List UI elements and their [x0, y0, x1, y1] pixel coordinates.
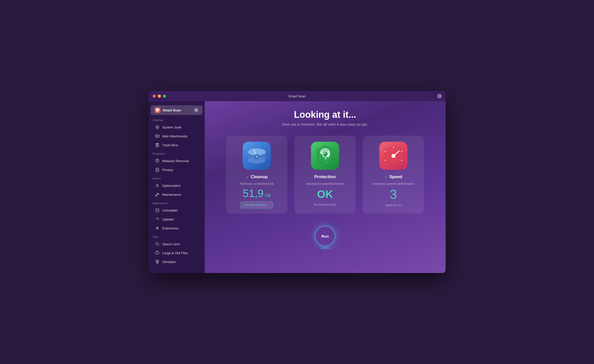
sidebar-item-optimization[interactable]: Optimization — [151, 181, 203, 190]
close-button[interactable] — [153, 95, 156, 98]
protection-value: OK — [317, 188, 333, 200]
minimize-button[interactable] — [158, 95, 161, 98]
space-lens-icon — [155, 241, 160, 246]
section-label-cleanup: Cleanup — [149, 116, 205, 123]
trash-icon — [155, 142, 160, 148]
sidebar-item-mail-attachments[interactable]: Mail Attachments — [151, 132, 203, 140]
page-subtitle: Give me a moment. We all wish it was eas… — [282, 122, 368, 126]
extensions-icon — [155, 226, 160, 231]
svg-point-24 — [384, 151, 386, 152]
cleanup-value-container: 51,9 GB — [243, 188, 271, 199]
page-title: Looking at it... — [294, 109, 356, 120]
svg-rect-0 — [156, 109, 159, 111]
sidebar-item-large-old-files[interactable]: Large & Old Files — [151, 249, 203, 257]
section-label-protection: Protection — [149, 150, 205, 156]
sidebar-item-privacy[interactable]: Privacy — [151, 165, 203, 174]
speed-card: ✓ Speed Increases system performance 3 t… — [363, 136, 424, 214]
optimization-label: Optimization — [162, 184, 181, 188]
sidebar-item-maintenance[interactable]: Maintenance — [151, 190, 203, 199]
smart-scan-icon — [155, 107, 160, 113]
mail-attachments-label: Mail Attachments — [162, 134, 188, 138]
sidebar-item-system-junk[interactable]: System Junk — [151, 123, 203, 132]
svg-point-23 — [401, 151, 403, 152]
large-old-files-label: Large & Old Files — [162, 251, 188, 255]
cleanup-unit: GB — [265, 193, 271, 198]
titlebar-dot-button[interactable] — [437, 94, 442, 98]
space-lens-label: Space Lens — [162, 242, 180, 246]
protection-description: Neutralizes potential threats — [306, 182, 344, 186]
updater-icon — [155, 217, 160, 222]
app-window: Smart Scan Smart Scan Cleanup — [149, 91, 446, 273]
sidebar-section-applications: Applications Uninstaller — [149, 199, 205, 232]
svg-point-22 — [393, 147, 394, 148]
updater-label: Updater — [162, 217, 174, 221]
protection-sub: No threats found — [314, 203, 337, 206]
sidebar-item-updater[interactable]: Updater — [151, 215, 203, 224]
cleanup-check-icon: ✓ — [246, 175, 249, 179]
traffic-lights — [153, 95, 166, 98]
sidebar-section-cleanup: Cleanup System Junk — [149, 116, 205, 149]
sidebar-item-extensions[interactable]: Extensions — [151, 224, 203, 232]
speed-card-image — [379, 142, 407, 170]
sidebar-item-malware-removal[interactable]: Malware Removal — [151, 157, 203, 165]
cards-row: ✓ Cleanup Removes unneeded junk 51,9 GB … — [215, 136, 435, 214]
trash-bins-label: Trash Bins — [162, 143, 178, 147]
sidebar-section-protection: Protection Malware Removal — [149, 150, 205, 174]
sidebar-section-files: Files Space Lens — [149, 233, 205, 266]
system-junk-label: System Junk — [162, 125, 181, 129]
sidebar-item-space-lens[interactable]: Space Lens — [151, 240, 203, 248]
sidebar-section-speed: Speed Optimization Maintena — [149, 174, 205, 199]
extensions-label: Extensions — [162, 226, 179, 230]
cleanup-card: ✓ Cleanup Removes unneeded junk 51,9 GB … — [226, 136, 287, 214]
cleanup-card-title: Cleanup — [251, 174, 268, 179]
section-label-speed: Speed — [149, 174, 205, 181]
protection-card-image — [311, 142, 339, 170]
svg-point-19 — [256, 156, 257, 157]
cleanup-card-header: ✓ Cleanup — [246, 174, 268, 179]
svg-point-28 — [391, 154, 395, 158]
smart-scan-toggle[interactable] — [194, 108, 199, 112]
cleanup-value: 51,9 — [243, 188, 264, 199]
svg-rect-11 — [156, 252, 159, 254]
sidebar-item-smart-scan[interactable]: Smart Scan — [151, 105, 203, 115]
smart-scan-label: Smart Scan — [163, 108, 191, 112]
large-old-files-icon — [155, 250, 160, 255]
speed-description: Increases system performance — [372, 182, 414, 186]
titlebar: Smart Scan — [149, 91, 446, 101]
maintenance-icon — [155, 192, 160, 197]
run-button[interactable]: Run — [315, 226, 335, 246]
shredder-icon — [155, 259, 160, 264]
review-details-button[interactable]: Review Details... — [240, 201, 273, 209]
run-button-container: Run — [315, 226, 335, 246]
sidebar-item-shredder[interactable]: Shredder — [151, 257, 203, 266]
cleanup-description: Removes unneeded junk — [240, 182, 274, 186]
privacy-label: Privacy — [162, 168, 173, 172]
svg-rect-12 — [156, 260, 159, 261]
cleanup-card-image — [243, 142, 271, 170]
speed-check-icon: ✓ — [384, 175, 388, 179]
speed-card-title: Speed — [389, 174, 402, 179]
svg-point-8 — [157, 170, 158, 171]
svg-rect-1 — [157, 111, 159, 112]
speed-card-header: ✓ Speed — [384, 174, 402, 179]
svg-point-25 — [401, 160, 403, 161]
section-label-files: Files — [149, 233, 205, 239]
protection-card-header: Protection — [314, 174, 336, 179]
sidebar-item-trash-bins[interactable]: Trash Bins — [151, 141, 203, 149]
main-content: Looking at it... Give me a moment. We al… — [205, 101, 446, 273]
shredder-label: Shredder — [162, 260, 176, 264]
protection-card-title: Protection — [314, 174, 336, 179]
optimization-icon — [155, 183, 160, 188]
malware-icon — [155, 158, 160, 163]
maximize-button[interactable] — [163, 95, 166, 98]
speed-sub: tasks to run — [385, 203, 401, 207]
system-junk-icon — [155, 125, 160, 130]
speed-value: 3 — [390, 188, 397, 201]
sidebar-item-uninstaller[interactable]: Uninstaller — [151, 206, 203, 215]
mail-icon — [155, 134, 160, 139]
svg-point-26 — [384, 160, 386, 161]
svg-rect-4 — [156, 135, 159, 137]
app-body: Smart Scan Cleanup System Junk — [149, 101, 446, 273]
sidebar: Smart Scan Cleanup System Junk — [149, 101, 205, 273]
maintenance-label: Maintenance — [162, 193, 181, 197]
